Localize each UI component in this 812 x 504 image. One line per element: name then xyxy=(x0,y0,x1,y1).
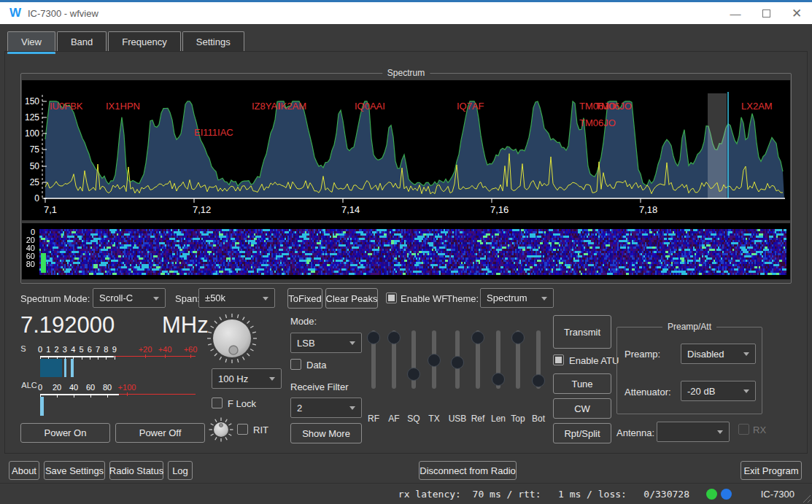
mode-select[interactable]: LSB xyxy=(290,333,362,353)
clear-peaks-button[interactable]: Clear Peaks xyxy=(325,288,378,309)
chevron-down-icon xyxy=(743,389,749,393)
slider-tx[interactable] xyxy=(426,330,442,389)
slider-handle[interactable] xyxy=(532,374,545,387)
preamp-att-group-title: Preamp/Att xyxy=(662,322,716,332)
maximize-button[interactable] xyxy=(751,2,781,24)
window-title: IC-7300 - wfview xyxy=(28,8,98,19)
span-select[interactable]: ±50k xyxy=(198,288,275,308)
s-meter-tick: 4 xyxy=(71,345,75,354)
rpt-split-button[interactable]: Rpt/Split xyxy=(553,423,611,443)
tune-button[interactable]: Tune xyxy=(553,373,611,394)
exit-program-button[interactable]: Exit Program xyxy=(741,461,802,480)
about-button[interactable]: About xyxy=(9,461,39,480)
preamp-value: Disabled xyxy=(687,349,724,360)
callsign-label[interactable]: IQ7AF xyxy=(457,101,484,112)
waterfall-plot[interactable]: 020406080 xyxy=(22,223,790,279)
maximize-icon xyxy=(762,9,770,18)
close-icon: ✕ xyxy=(792,6,802,21)
tab-settings[interactable]: Settings xyxy=(182,31,244,52)
spectrum-y-tick: 150 xyxy=(25,96,39,106)
chevron-down-icon xyxy=(541,297,547,301)
preamp-label: Preamp: xyxy=(625,349,660,360)
slider-ref[interactable] xyxy=(470,330,486,389)
slider-label-af: AF xyxy=(388,414,399,424)
spectrum-mode-select[interactable]: Scroll-C xyxy=(93,288,166,308)
waterfall-canvas[interactable] xyxy=(39,229,786,275)
slider-len[interactable] xyxy=(490,330,506,389)
spectrum-x-tick: 7,14 xyxy=(341,204,360,215)
spectrum-plot[interactable]: 15012510075502507,17,127,147,167,18IU0FB… xyxy=(22,80,790,220)
slider-handle[interactable] xyxy=(387,331,401,344)
resize-grip[interactable] xyxy=(801,493,811,503)
save-settings-button[interactable]: Save Settings xyxy=(44,461,105,480)
slider-bot[interactable] xyxy=(530,330,546,389)
preamp-select[interactable]: Disabled xyxy=(681,344,756,364)
s-meter-peak-mark xyxy=(64,359,66,377)
rit-knob[interactable] xyxy=(208,416,234,443)
callsign-label[interactable]: IK2AM xyxy=(278,101,306,112)
s-meter-tick: 6 xyxy=(88,345,92,354)
tuning-step-select[interactable]: 100 Hz xyxy=(212,368,282,389)
callsign-label[interactable]: EI111IAC xyxy=(194,127,233,138)
chevron-down-icon xyxy=(717,430,723,434)
callsign-label[interactable]: TM06JO xyxy=(595,101,632,112)
tofixed-button[interactable]: ToFixed xyxy=(287,288,322,309)
tab-frequency[interactable]: Frequency xyxy=(108,31,180,52)
spectrum-y-tick: 75 xyxy=(30,144,40,155)
transmit-button[interactable]: Transmit xyxy=(553,315,611,349)
slider-handle[interactable] xyxy=(511,331,525,344)
callsign-label[interactable]: IX1HPN xyxy=(106,101,140,112)
spectrum-y-tick: 25 xyxy=(30,177,40,187)
callsign-label[interactable]: IQ0AAI xyxy=(355,101,385,112)
callsign-label[interactable]: LX2AM xyxy=(741,101,773,112)
receive-filter-value: 2 xyxy=(297,403,302,414)
slider-af[interactable] xyxy=(386,330,402,389)
rit-checkbox[interactable] xyxy=(237,424,248,435)
attenuator-value: -20 dB xyxy=(687,386,715,397)
power-on-button[interactable]: Power On xyxy=(20,423,110,443)
log-button[interactable]: Log xyxy=(168,461,193,480)
flock-checkbox[interactable] xyxy=(212,398,223,408)
power-off-button[interactable]: Power Off xyxy=(115,423,205,443)
tuning-knob[interactable] xyxy=(204,311,260,366)
spectrum-y-tick: 0 xyxy=(34,193,39,203)
slider-top[interactable] xyxy=(510,330,526,389)
app-logo-icon: W xyxy=(9,6,21,20)
enable-atu-checkbox[interactable] xyxy=(553,354,564,365)
frequency-display[interactable]: 7.192000 xyxy=(20,312,115,338)
radio-status-button[interactable]: Radio Status xyxy=(109,461,163,480)
s-meter-label: S xyxy=(20,344,26,353)
antenna-label: Antenna: xyxy=(616,427,654,438)
theme-select[interactable]: Spectrum xyxy=(480,288,554,308)
slider-handle[interactable] xyxy=(471,331,484,344)
callsign-label[interactable]: TM06JO xyxy=(579,117,616,128)
slider-label-ref: Ref xyxy=(471,414,485,424)
antenna-select[interactable] xyxy=(657,422,730,442)
enable-wf-checkbox[interactable] xyxy=(386,292,397,303)
slider-handle[interactable] xyxy=(407,368,420,381)
rx-antenna-checkbox[interactable] xyxy=(738,424,749,435)
spectrum-mode-value: Scroll-C xyxy=(99,292,133,303)
tab-band[interactable]: Band xyxy=(57,31,107,52)
attenuator-select[interactable]: -20 dB xyxy=(681,381,756,401)
slider-sq[interactable] xyxy=(406,330,422,389)
slider-rf[interactable] xyxy=(366,330,382,389)
spectrum-y-tick: 100 xyxy=(25,128,39,139)
slider-usb[interactable] xyxy=(449,330,465,389)
callsign-label[interactable]: IU0FBK xyxy=(50,101,83,112)
slider-handle[interactable] xyxy=(428,354,441,367)
disconnect-button[interactable]: Disconnect from Radio xyxy=(419,461,517,480)
slider-handle[interactable] xyxy=(492,373,505,386)
show-more-button[interactable]: Show More xyxy=(290,423,362,443)
receive-filter-select[interactable]: 2 xyxy=(290,398,362,418)
close-button[interactable]: ✕ xyxy=(781,2,812,24)
s-meter-tick: 2 xyxy=(55,345,59,354)
mode-value: LSB xyxy=(297,338,315,349)
callsign-label[interactable]: IZ8YAI xyxy=(252,101,280,112)
slider-label-top: Top xyxy=(511,414,525,424)
cw-button[interactable]: CW xyxy=(553,398,611,419)
slider-handle[interactable] xyxy=(367,331,380,344)
data-mode-checkbox[interactable] xyxy=(290,359,301,370)
minimize-button[interactable]: — xyxy=(720,2,751,24)
slider-handle[interactable] xyxy=(451,356,464,369)
